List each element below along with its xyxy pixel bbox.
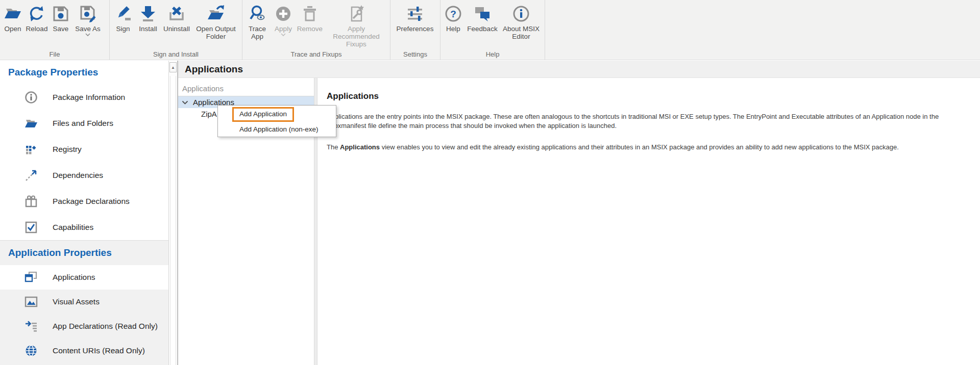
registry-icon bbox=[24, 143, 38, 156]
sidebar-item-dependencies[interactable]: Dependencies bbox=[0, 162, 168, 188]
reload-icon bbox=[27, 4, 46, 23]
section-title-application-properties: Application Properties bbox=[0, 241, 168, 265]
save-icon bbox=[51, 4, 70, 23]
svg-text:?: ? bbox=[450, 9, 456, 19]
bold-applications-ref: Applications bbox=[340, 143, 380, 151]
install-button[interactable]: Install bbox=[135, 3, 161, 33]
uninstall-button[interactable]: Uninstall bbox=[161, 3, 192, 33]
ribbon-group-label-file: File bbox=[0, 50, 109, 58]
ribbon-group-label-settings: Settings bbox=[390, 50, 440, 58]
help-content-panel: Applications Applications are the entry … bbox=[317, 78, 980, 365]
package-information-icon bbox=[24, 91, 38, 104]
ribbon-toolbar: Open Reload Save Save As bbox=[0, 0, 980, 60]
window-body: Package Properties Package Information F… bbox=[0, 61, 980, 365]
open-button[interactable]: Open bbox=[1, 3, 24, 33]
content-paragraph-2: The Applications view enables you to vie… bbox=[327, 143, 980, 152]
files-and-folders-icon bbox=[24, 117, 38, 130]
content-paragraph-1: Applications are the entry points into t… bbox=[327, 112, 980, 131]
apply-button: Apply bbox=[271, 3, 296, 37]
apply-dropdown-chevron-icon bbox=[281, 33, 286, 37]
remove-button: Remove bbox=[296, 3, 324, 33]
sidebar-item-visual-assets[interactable]: Visual Assets bbox=[0, 290, 168, 314]
ribbon-group-trace-fixups: Trace App Apply Remove bbox=[242, 0, 390, 60]
reload-button[interactable]: Reload bbox=[24, 3, 49, 33]
about-msix-editor-button[interactable]: About MSIX Editor bbox=[500, 3, 543, 40]
navigation-sidebar: Package Properties Package Information F… bbox=[0, 61, 168, 365]
sidebar-item-registry[interactable]: Registry bbox=[0, 136, 168, 162]
help-question-icon: ? bbox=[444, 4, 463, 23]
save-button[interactable]: Save bbox=[49, 3, 72, 33]
package-declarations-icon bbox=[24, 195, 38, 208]
sign-pencil-icon bbox=[113, 4, 133, 23]
apply-recommended-fixups-button: Apply Recommended Fixups bbox=[324, 3, 388, 48]
sidebar-item-content-uris[interactable]: Content URIs (Read Only) bbox=[0, 338, 168, 363]
about-info-icon bbox=[511, 4, 531, 23]
ribbon-empty-space bbox=[545, 0, 980, 60]
apply-plus-icon bbox=[274, 4, 293, 23]
uninstall-icon bbox=[167, 4, 186, 23]
ribbon-group-sign-install: Sign Install Uninstall Open Output Folde… bbox=[110, 0, 242, 60]
feedback-bubbles-icon bbox=[473, 4, 492, 23]
msix-editor-window: Open Reload Save Save As bbox=[0, 0, 980, 365]
ribbon-group-help: ? Help Feedback About MSIX Editor Help bbox=[440, 0, 545, 60]
save-as-icon bbox=[78, 4, 97, 23]
ribbon-group-file: Open Reload Save Save As bbox=[0, 0, 110, 60]
install-arrow-icon bbox=[138, 4, 158, 23]
ribbon-group-label-sign-install: Sign and Install bbox=[110, 50, 242, 58]
sidebar-item-package-declarations[interactable]: Package Declarations bbox=[0, 188, 168, 214]
open-folder-icon bbox=[3, 4, 22, 23]
sidebar-item-app-declarations[interactable]: App Declarations (Read Only) bbox=[0, 314, 168, 338]
preferences-sliders-icon bbox=[405, 4, 425, 23]
sidebar-item-package-information[interactable]: Package Information bbox=[0, 84, 168, 110]
ribbon-group-label-help: Help bbox=[440, 50, 545, 58]
trace-app-button[interactable]: Trace App bbox=[243, 3, 271, 40]
open-output-folder-button[interactable]: Open Output Folder bbox=[192, 3, 239, 40]
save-as-dropdown-chevron-icon[interactable] bbox=[85, 33, 90, 37]
app-declarations-icon bbox=[24, 320, 38, 333]
content-heading: Applications bbox=[327, 91, 980, 101]
section-title-package-properties: Package Properties bbox=[0, 61, 168, 84]
trace-app-icon bbox=[248, 4, 267, 23]
open-output-folder-icon bbox=[206, 4, 226, 23]
preferences-button[interactable]: Preferences bbox=[391, 3, 438, 33]
recommended-fixups-icon bbox=[347, 4, 366, 23]
visual-assets-icon bbox=[24, 295, 38, 308]
scrollbar-track[interactable] bbox=[170, 76, 176, 365]
menu-item-add-application[interactable]: Add Application bbox=[239, 110, 287, 118]
menu-item-add-application-non-exe[interactable]: Add Application (non-exe) bbox=[239, 125, 318, 133]
feedback-button[interactable]: Feedback bbox=[465, 3, 500, 33]
sidebar-item-applications[interactable]: Applications bbox=[0, 265, 168, 290]
scrollbar-up-arrow-icon[interactable]: ▲ bbox=[169, 62, 177, 72]
content-uris-icon bbox=[24, 344, 38, 357]
section-application-properties: Application Properties Applications Visu… bbox=[0, 240, 168, 365]
page-title: Applications bbox=[178, 61, 980, 78]
save-as-button[interactable]: Save As bbox=[72, 3, 103, 37]
sidebar-item-capabilities[interactable]: Capabilities bbox=[0, 214, 168, 240]
tree-expander-chevron-icon[interactable] bbox=[182, 100, 188, 105]
applications-icon bbox=[24, 271, 38, 284]
ribbon-group-label-trace-fixups: Trace and Fixups bbox=[242, 50, 390, 58]
capabilities-icon bbox=[24, 221, 38, 234]
sign-button[interactable]: Sign bbox=[111, 3, 135, 33]
remove-trash-icon bbox=[300, 4, 320, 23]
context-menu: Add Application Add Application (non-exe… bbox=[217, 105, 336, 137]
ribbon-group-settings: Preferences Settings bbox=[390, 0, 440, 60]
help-button[interactable]: ? Help bbox=[442, 3, 465, 33]
tree-panel-label: Applications bbox=[178, 84, 314, 95]
sidebar-item-files-and-folders[interactable]: Files and Folders bbox=[0, 110, 168, 136]
sidebar-scrollbar[interactable]: ▲ bbox=[168, 61, 178, 365]
dependencies-icon bbox=[24, 169, 38, 182]
